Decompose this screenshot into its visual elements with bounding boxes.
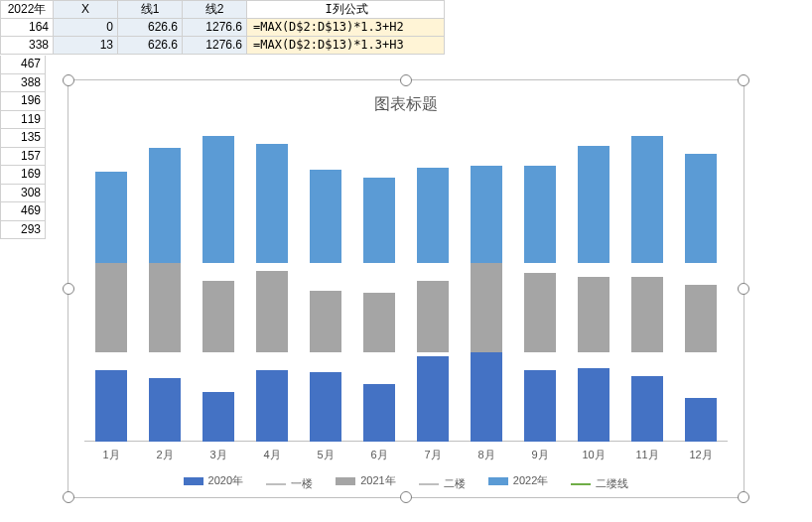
resize-handle[interactable] xyxy=(738,283,749,295)
legend-line2[interactable]: 二缕线 xyxy=(571,476,628,491)
table-row[interactable]: 164 0 626.6 1276.6 =MAX(D$2:D$13)*1.3+H2 xyxy=(1,19,445,37)
side-cell[interactable]: 119 xyxy=(0,111,46,130)
bar[interactable] xyxy=(578,277,609,352)
bar-group xyxy=(513,166,567,263)
tier-2022年 xyxy=(84,134,728,263)
legend[interactable]: 2020年 一楼 2021年 二楼 2022年 二缕线 xyxy=(68,473,744,491)
bar[interactable] xyxy=(631,277,663,352)
bar[interactable] xyxy=(95,172,127,263)
bar-group xyxy=(352,384,406,442)
resize-handle[interactable] xyxy=(63,491,74,503)
bar[interactable] xyxy=(417,168,449,263)
x-tick-label: 8月 xyxy=(460,448,513,462)
bar[interactable] xyxy=(524,166,556,263)
bar-group xyxy=(620,376,674,442)
data-table[interactable]: 2022年 X 线1 线2 I列公式 164 0 626.6 1276.6 =M… xyxy=(0,0,445,55)
side-column[interactable]: 467388196119135157169308469293 xyxy=(0,56,46,239)
side-cell[interactable]: 169 xyxy=(0,166,46,185)
legend-2020[interactable]: 2020年 xyxy=(184,473,243,488)
bar[interactable] xyxy=(310,291,341,352)
bar[interactable] xyxy=(149,148,181,263)
bar[interactable] xyxy=(363,178,395,263)
x-tick-label: 1月 xyxy=(84,448,138,462)
bar[interactable] xyxy=(631,376,663,442)
bar-group xyxy=(513,273,567,352)
bar-group xyxy=(620,136,674,263)
bar-group xyxy=(299,170,352,263)
side-cell[interactable]: 308 xyxy=(0,185,46,203)
side-cell[interactable]: 388 xyxy=(0,74,46,93)
bar[interactable] xyxy=(256,144,288,263)
bar-group xyxy=(245,144,299,263)
legend-floor2[interactable]: 二楼 xyxy=(419,476,466,491)
bar[interactable] xyxy=(471,166,502,263)
hdr-formula[interactable]: I列公式 xyxy=(247,1,445,19)
bar-group xyxy=(674,398,728,442)
side-cell[interactable]: 293 xyxy=(0,221,46,240)
bar-group xyxy=(460,166,513,263)
bar[interactable] xyxy=(685,285,717,352)
chart-title[interactable]: 图表标题 xyxy=(68,94,744,115)
bar[interactable] xyxy=(203,392,234,442)
bar-group xyxy=(567,277,620,352)
bar-group xyxy=(299,291,352,352)
bar[interactable] xyxy=(149,378,181,442)
bar[interactable] xyxy=(631,136,663,263)
bar[interactable] xyxy=(578,146,609,263)
side-cell[interactable]: 196 xyxy=(0,92,46,111)
bar-group xyxy=(620,277,674,352)
side-cell[interactable]: 469 xyxy=(0,202,46,221)
bar[interactable] xyxy=(310,372,341,442)
plot-area[interactable] xyxy=(84,130,728,442)
bar-group xyxy=(406,356,460,442)
bar[interactable] xyxy=(203,281,234,352)
bar[interactable] xyxy=(417,281,449,352)
bar-group xyxy=(84,172,138,263)
x-tick-label: 11月 xyxy=(620,448,674,462)
resize-handle[interactable] xyxy=(63,74,74,86)
hdr-line1[interactable]: 线1 xyxy=(118,1,183,19)
resize-handle[interactable] xyxy=(738,74,749,86)
table-row[interactable]: 338 13 626.6 1276.6 =MAX(D$2:D$13)*1.3+H… xyxy=(1,37,445,55)
line-icon xyxy=(266,483,286,485)
bar-group xyxy=(299,372,352,442)
resize-handle[interactable] xyxy=(63,283,74,295)
bar-group xyxy=(406,281,460,352)
swatch-icon xyxy=(336,477,355,485)
resize-handle[interactable] xyxy=(400,491,412,503)
hdr-line2[interactable]: 线2 xyxy=(183,1,247,19)
bar[interactable] xyxy=(95,370,127,442)
resize-handle[interactable] xyxy=(738,491,749,503)
bar[interactable] xyxy=(524,273,556,352)
bar[interactable] xyxy=(417,356,449,442)
bar[interactable] xyxy=(685,154,717,263)
hdr-2022[interactable]: 2022年 xyxy=(1,1,54,19)
side-cell[interactable]: 467 xyxy=(0,56,46,74)
x-tick-label: 5月 xyxy=(299,448,352,462)
legend-floor1[interactable]: 一楼 xyxy=(266,476,313,491)
bar[interactable] xyxy=(363,384,395,442)
bar[interactable] xyxy=(578,368,609,442)
resize-handle[interactable] xyxy=(400,74,412,86)
bar[interactable] xyxy=(363,293,395,352)
bar-group xyxy=(567,368,620,442)
bar-group xyxy=(84,370,138,442)
bar[interactable] xyxy=(310,170,341,263)
side-cell[interactable]: 157 xyxy=(0,148,46,167)
chart-object[interactable]: 图表标题 1月2月3月4月5月6月7月8月9月10月11月12月 2020年 一… xyxy=(68,79,744,498)
side-cell[interactable]: 135 xyxy=(0,129,46,148)
swatch-icon xyxy=(184,477,203,485)
bar[interactable] xyxy=(203,136,234,263)
legend-2021[interactable]: 2021年 xyxy=(336,473,395,488)
bar-group xyxy=(513,370,567,442)
x-tick-label: 2月 xyxy=(138,448,192,462)
legend-2022[interactable]: 2022年 xyxy=(488,473,548,488)
bar[interactable] xyxy=(256,370,288,442)
bar[interactable] xyxy=(524,370,556,442)
bar-group xyxy=(192,392,245,442)
bar[interactable] xyxy=(256,271,288,352)
line-icon xyxy=(571,483,591,485)
bar[interactable] xyxy=(685,398,717,442)
hdr-x[interactable]: X xyxy=(54,1,118,19)
bar-group xyxy=(352,293,406,352)
